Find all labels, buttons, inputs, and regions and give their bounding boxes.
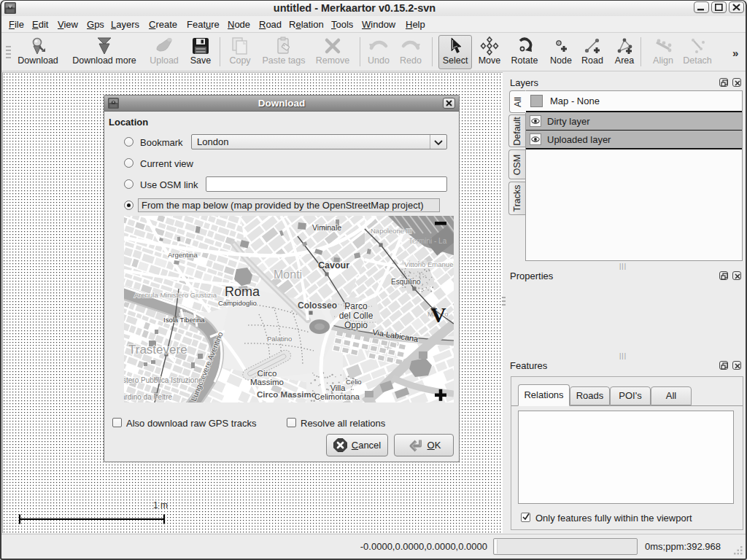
svg-text:Cavour: Cavour [318, 260, 349, 271]
svg-text:Monti: Monti [274, 268, 302, 281]
svg-text:V: V [430, 303, 446, 327]
svg-text:Trastevere: Trastevere [128, 343, 187, 357]
svg-text:Oppio: Oppio [344, 320, 368, 330]
svg-text:Esquilino: Esquilino [391, 278, 421, 286]
svg-text:Roma: Roma [225, 284, 260, 299]
svg-text:Viminale: Viminale [312, 223, 341, 232]
svg-text:Celimontana: Celimontana [314, 392, 360, 401]
svg-text:Colosseo: Colosseo [298, 300, 337, 311]
svg-text:Campidoglio: Campidoglio [218, 299, 257, 307]
svg-text:Massimo: Massimo [250, 378, 284, 386]
svg-text:Vittorio Emanuele: Vittorio Emanuele [404, 260, 454, 268]
svg-text:Celio: Celio [346, 378, 362, 386]
svg-text:Palatino: Palatino [267, 335, 292, 343]
svg-text:Circo Massimo: Circo Massimo [257, 390, 317, 399]
svg-text:Termini - La: Termini - La [409, 237, 447, 245]
svg-text:Villa: Villa [330, 384, 346, 392]
svg-text:Argentina: Argentina [168, 251, 198, 259]
svg-text:stero Pubblica Istruzione: stero Pubblica Istruzione [124, 376, 203, 384]
svg-text:ardino da Feltre: ardino da Feltre [124, 393, 172, 401]
svg-text:Isola Tiberina: Isola Tiberina [163, 316, 205, 324]
svg-text:Napoleone III: Napoleone III [371, 227, 412, 235]
svg-text:Parco: Parco [344, 301, 368, 311]
svg-text:del Colle: del Colle [339, 311, 374, 321]
svg-text:Circo: Circo [258, 369, 277, 378]
svg-text:Arenula Ministero Giustizia: Arenula Ministero Giustizia [134, 291, 217, 299]
